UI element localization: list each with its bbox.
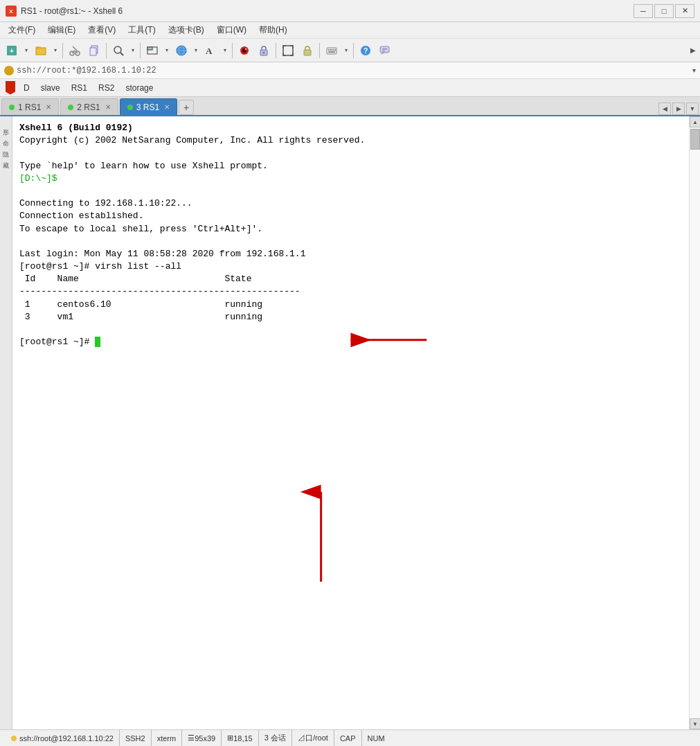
terminal-area[interactable]: Xshell 6 (Build 0192) Copyright (c) 2002… <box>12 116 689 729</box>
lock-button[interactable] <box>298 42 316 60</box>
maximize-button[interactable]: □ <box>654 4 674 18</box>
status-terminal-text: xterm <box>157 734 177 743</box>
status-bar: ssh://root@192.168.1.10:22 SSH2 xterm ☰ … <box>0 729 700 746</box>
open-dropdown[interactable]: ▾ <box>51 42 60 60</box>
tab-3-rs1[interactable]: 3 RS1 ✕ <box>120 98 177 115</box>
sep5 <box>276 43 276 58</box>
main-content: 形 命 隐 藏 Xshell 6 (Build 0192) Copyright … <box>0 116 700 729</box>
tab-close-icon[interactable]: ✕ <box>46 103 51 111</box>
tab-bar: 1 RS1 ✕ 2 RS1 ✕ 3 RS1 ✕ + ◀ ▶ ▼ <box>0 97 700 116</box>
menu-view[interactable]: 查看(V) <box>82 23 121 37</box>
status-size-value: 95x39 <box>195 734 215 743</box>
red-eye-button[interactable] <box>235 42 253 60</box>
svg-rect-13 <box>90 48 96 55</box>
scroll-up-button[interactable]: ▲ <box>690 116 700 127</box>
address-dropdown[interactable]: ▾ <box>692 66 696 74</box>
tab-next-button[interactable]: ▶ <box>672 103 685 115</box>
new-tab-dropdown[interactable]: ▾ <box>163 42 171 60</box>
svg-rect-36 <box>328 51 335 53</box>
toolbar: + ▾ ▾ ▾ <box>0 39 700 62</box>
copy-button[interactable] <box>85 42 103 60</box>
status-position-text: 18,15 <box>233 734 253 743</box>
toolbar-overflow[interactable]: ▶ <box>689 42 697 60</box>
terminal-line-4: [D:\~]$ <box>19 173 57 184</box>
svg-point-28 <box>263 51 265 53</box>
session-tag-rs1[interactable]: RS1 <box>69 82 90 94</box>
fullscreen-button[interactable] <box>279 42 297 60</box>
svg-rect-32 <box>328 49 330 51</box>
svg-point-14 <box>114 46 121 53</box>
chat-button[interactable] <box>376 42 394 60</box>
open-button[interactable] <box>32 42 50 60</box>
status-position: ⊞ 18,15 <box>222 730 259 746</box>
menu-tabs[interactable]: 选项卡(B) <box>163 23 210 37</box>
terminal-line-14: [root@rs1 ~]# █ <box>19 337 100 347</box>
left-sidebar: 形 命 隐 藏 <box>0 116 12 729</box>
globe-dropdown[interactable]: ▾ <box>192 42 200 60</box>
tab-close-icon[interactable]: ✕ <box>164 103 170 111</box>
sep4 <box>232 43 233 58</box>
help-button[interactable]: ? <box>357 42 375 60</box>
scrollbar: ▲ ▼ <box>689 116 700 729</box>
status-num: NUM <box>362 730 391 746</box>
menu-help[interactable]: 帮助(H) <box>253 23 293 37</box>
scroll-down-button[interactable]: ▼ <box>690 718 700 729</box>
keyboard-button[interactable] <box>323 42 341 60</box>
new-session-button[interactable]: + <box>3 42 21 60</box>
address-bar: ssh://root:*@192.168.1.10:22 ▾ <box>0 62 700 79</box>
tab-menu-button[interactable]: ▼ <box>686 103 699 115</box>
terminal-line-12: 1 centos6.10 running <box>19 299 262 310</box>
sidebar-icon-2[interactable]: 命 <box>1 130 11 140</box>
font-button[interactable]: A <box>201 42 219 60</box>
sidebar-icon-3[interactable]: 隐 <box>1 141 11 151</box>
close-button[interactable]: ✕ <box>675 4 694 18</box>
menu-file[interactable]: 文件(F) <box>3 23 41 37</box>
globe-button[interactable] <box>172 42 190 60</box>
font-dropdown[interactable]: ▾ <box>221 42 229 60</box>
cut-button[interactable] <box>66 42 84 60</box>
tab-dot <box>68 105 73 110</box>
svg-text:X: X <box>9 8 13 15</box>
tab-add-button[interactable]: + <box>179 100 194 115</box>
terminal-line-2: Copyright (c) 2002 NetSarang Computer, I… <box>19 135 365 145</box>
session-tag-storage[interactable]: storage <box>123 82 156 94</box>
terminal-line-7: To escape to local shell, press 'Ctrl+Al… <box>19 224 262 234</box>
terminal-line-8: Last login: Mon May 11 08:58:28 2020 fro… <box>19 249 305 259</box>
tab-dot <box>127 105 133 110</box>
tab-label: 2 RS1 <box>77 103 100 112</box>
new-tab-button[interactable] <box>143 42 161 60</box>
terminal-line-10: Id Name State <box>19 274 251 284</box>
session-tag-d[interactable]: D <box>21 82 33 94</box>
sidebar-icon-4[interactable]: 藏 <box>1 152 11 162</box>
tab-1-rs1[interactable]: 1 RS1 ✕ <box>1 98 59 115</box>
tab-prev-button[interactable]: ◀ <box>658 103 671 115</box>
terminal-line-5: Connecting to 192.168.1.10:22... <box>19 198 192 208</box>
status-size-text: ☰ <box>188 734 195 743</box>
terminal-content: Xshell 6 (Build 0192) Copyright (c) 2002… <box>19 122 682 348</box>
password-button[interactable] <box>255 42 273 60</box>
tab-close-icon[interactable]: ✕ <box>105 103 111 111</box>
svg-text:+: + <box>10 46 14 55</box>
app-icon: X <box>6 6 17 17</box>
find-dropdown[interactable]: ▾ <box>129 42 137 60</box>
new-session-dropdown[interactable]: ▾ <box>22 42 30 60</box>
menu-edit[interactable]: 编辑(E) <box>42 23 81 37</box>
scroll-thumb[interactable] <box>690 129 700 150</box>
keyboard-dropdown[interactable]: ▾ <box>342 42 350 60</box>
sidebar-icon-1[interactable]: 形 <box>1 119 11 129</box>
svg-rect-34 <box>332 49 334 51</box>
find-button[interactable] <box>109 42 127 60</box>
status-protocol: SSH2 <box>120 730 152 746</box>
status-cap: CAP <box>334 730 362 746</box>
scroll-track[interactable] <box>690 127 700 718</box>
session-tag-slave[interactable]: slave <box>38 82 63 94</box>
tab-label: 1 RS1 <box>18 103 41 112</box>
menu-tools[interactable]: 工具(T) <box>123 23 161 37</box>
title-bar: X RS1 - root@rs1:~ - Xshell 6 ─ □ ✕ <box>0 0 700 22</box>
session-tag-rs2[interactable]: RS2 <box>96 82 117 94</box>
minimize-button[interactable]: ─ <box>634 4 653 18</box>
svg-rect-33 <box>330 49 332 51</box>
tab-2-rs1[interactable]: 2 RS1 ✕ <box>60 98 118 115</box>
status-user: ⊿口/root <box>292 730 334 746</box>
menu-window[interactable]: 窗口(W) <box>211 23 252 37</box>
